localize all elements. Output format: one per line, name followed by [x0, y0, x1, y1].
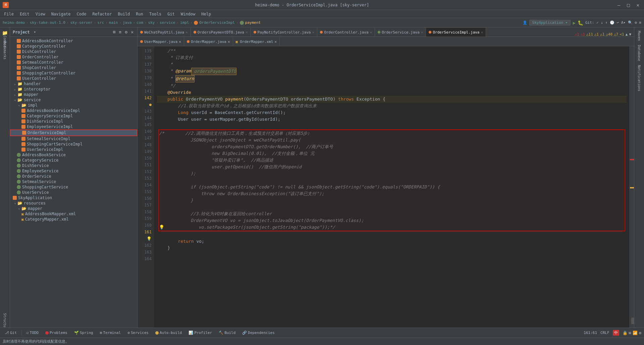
bottom-btn-services[interactable]: ⚙ Services — [125, 330, 151, 336]
menu-window[interactable]: Window — [178, 11, 198, 17]
tree-item-order-service[interactable]: OrderService — [10, 174, 137, 179]
tree-folder-impl[interactable]: 📂 impl — [10, 103, 137, 108]
tab-close[interactable]: ✕ — [228, 40, 230, 44]
nav-sky[interactable]: sky — [148, 20, 155, 25]
tree-item-employee-service[interactable]: EmployeeService — [10, 168, 137, 174]
tree-item-employee-serviceimpl[interactable]: EmployeeServiceImpl — [10, 124, 137, 129]
bottom-btn-build[interactable]: 🔨 Build — [217, 330, 237, 336]
tab-close[interactable]: ✕ — [179, 40, 181, 44]
window-controls[interactable]: — □ ✕ — [615, 2, 641, 8]
nav-java[interactable]: java — [123, 20, 132, 25]
tree-item-category-serviceimpl[interactable]: CategoryServiceImpl — [10, 113, 137, 119]
code-text-area[interactable]: /** * 订单支付 * * @param ordersPaymentDTO — [154, 46, 629, 328]
nav-service[interactable]: service — [160, 20, 175, 25]
nav-sky-server[interactable]: sky-server — [70, 20, 92, 25]
right-panel-database[interactable]: Database — [635, 43, 643, 63]
tree-item-user-controller[interactable]: UserController — [10, 76, 137, 81]
tab-order-mapper[interactable]: OrderMapper.java ✕ — [184, 37, 233, 46]
tree-folder-handler[interactable]: 📁 handler — [10, 81, 137, 87]
maximize-button[interactable]: □ — [625, 2, 632, 8]
tree-item-shoppingcart-service[interactable]: ShoppingCartService — [10, 184, 137, 190]
tree-item-dish-controller[interactable]: DishController — [10, 49, 137, 54]
bottom-btn-profiler[interactable]: 📊 Profiler — [186, 330, 214, 336]
project-icon-3[interactable]: ⚙ — [124, 29, 128, 35]
nav-com[interactable]: com — [137, 20, 143, 25]
tree-item-category-controller[interactable]: CategoryController — [10, 44, 137, 49]
tab-close[interactable]: ✕ — [370, 30, 372, 35]
tab-pay-notify-controller[interactable]: PayNotifyController.java ✕ — [251, 28, 318, 37]
nav-sky-takeout[interactable]: sky-take-out-1.0 — [30, 20, 65, 25]
tab-nav-up[interactable]: ▲ — [626, 32, 628, 37]
sidebar-icon-structure[interactable]: Structure — [1, 318, 9, 326]
project-dropdown-arrow[interactable]: ▾ — [34, 30, 36, 34]
tree-item-dish-serviceimpl[interactable]: DishServiceImpl — [10, 119, 137, 124]
nav-sky-app-btn[interactable]: SkyApplication ▾ — [529, 20, 571, 25]
tree-item-addressbook-controller[interactable]: AddressBookController — [10, 38, 137, 44]
tree-item-dish-service[interactable]: DishService — [10, 163, 137, 168]
menu-run[interactable]: Run — [133, 11, 146, 17]
tree-item-shoppingcart-serviceimpl[interactable]: ShoppingCartServiceImpl — [10, 141, 137, 147]
tree-item-addressbook-mapper-xml[interactable]: ▣ AddressBookMapper.xml — [10, 211, 137, 217]
tree-folder-mapper[interactable]: 📁 mapper — [10, 92, 137, 97]
tree-item-sky-application[interactable]: SkyApplication — [10, 195, 137, 200]
tab-close[interactable]: ✕ — [275, 40, 277, 44]
bottom-btn-autobuild[interactable]: Auto-build — [153, 330, 184, 336]
menu-code[interactable]: Code — [74, 11, 89, 17]
minimize-button[interactable]: — — [615, 2, 622, 8]
project-icon-2[interactable]: ≡ — [118, 29, 123, 35]
tab-orders-payment-dto[interactable]: OrdersPaymentDTO.java ✕ — [191, 28, 251, 37]
tab-close[interactable]: ✕ — [481, 30, 483, 35]
tree-item-order-serviceimpl[interactable]: OrderServiceImpl — [10, 129, 137, 136]
run-button[interactable]: ▶ — [573, 20, 575, 25]
tree-folder-resources[interactable]: 📂 resources — [10, 200, 137, 206]
tab-user-mapper[interactable]: UserMapper.java ✕ — [138, 37, 184, 46]
scrollbar-thumb[interactable] — [631, 318, 634, 324]
tree-item-setmeal-serviceimpl[interactable]: SetmealServiceImpl — [10, 136, 137, 141]
menu-help[interactable]: Help — [199, 11, 214, 17]
tree-item-user-serviceimpl[interactable]: UserServiceImpl — [10, 147, 137, 152]
tree-folder-interceptor[interactable]: 📁 interceptor — [10, 87, 137, 92]
tab-close[interactable]: ✕ — [246, 30, 248, 35]
tree-item-user-service[interactable]: UserService — [10, 190, 137, 195]
right-panel-notifications[interactable]: Notifications — [635, 63, 643, 93]
sidebar-icon-bookmarks[interactable]: Bookmarks — [1, 46, 9, 54]
bottom-btn-dependencies[interactable]: 🔗 Dependencies — [240, 330, 276, 336]
project-icon-close[interactable]: ✕ — [130, 29, 135, 35]
tree-item-order-controller[interactable]: OrderController — [10, 54, 137, 60]
bottom-btn-git[interactable]: ⎇ Git — [3, 330, 19, 336]
tab-close[interactable]: ✕ — [421, 30, 423, 35]
tree-item-category-service[interactable]: CategoryService — [10, 158, 137, 163]
tree-folder-service[interactable]: 📂 service — [10, 97, 137, 103]
tab-order-controller[interactable]: OrderController.java ✕ — [317, 28, 375, 37]
menu-view[interactable]: View — [33, 11, 48, 17]
bottom-btn-problems[interactable]: Problems — [43, 330, 69, 336]
tree-item-setmeal-controller[interactable]: SetmealController — [10, 60, 137, 65]
nav-impl[interactable]: impl — [180, 20, 189, 25]
tree-folder-mapper-xml[interactable]: 📂 mapper — [10, 206, 137, 211]
right-panel-maven[interactable]: Maven — [635, 29, 643, 43]
menu-git[interactable]: Git — [165, 11, 177, 17]
nav-main[interactable]: main — [109, 20, 118, 25]
tree-item-addressbook-serviceimpl[interactable]: AddressBookServiceImpl — [10, 108, 137, 113]
bottom-btn-spring[interactable]: 🌱 Spring — [72, 330, 95, 336]
tab-close[interactable]: ✕ — [185, 30, 188, 35]
nav-payment[interactable]: payment — [245, 20, 261, 25]
project-icon-1[interactable]: ⊞ — [112, 29, 117, 35]
nav-heima-demo[interactable]: heima-demo — [3, 20, 25, 25]
menu-build[interactable]: Build — [115, 11, 132, 17]
menu-refactor[interactable]: Refactor — [90, 11, 114, 17]
menu-navigate[interactable]: Navigate — [49, 11, 73, 17]
code-editor[interactable]: 135 136 137 138 139 140 141 142 ● 143 14… — [138, 46, 634, 328]
tab-nav-down[interactable]: ▼ — [629, 32, 631, 37]
tree-item-shoppingcart-controller[interactable]: ShoppingCartController — [10, 70, 137, 76]
tree-item-setmeal-service[interactable]: SetmealService — [10, 179, 137, 184]
tree-item-addressbook-service[interactable]: AddressBookService — [10, 152, 137, 158]
bottom-btn-todo[interactable]: ☑ TODO — [24, 330, 41, 336]
bottom-btn-terminal[interactable]: ⊞ Terminal — [98, 330, 123, 336]
tab-order-service[interactable]: OrderService.java ✕ — [375, 28, 426, 37]
tree-item-category-mapper-xml[interactable]: ▣ CategoryMapper.xml — [10, 217, 137, 222]
menu-edit[interactable]: Edit — [17, 11, 32, 17]
close-button[interactable]: ✕ — [635, 2, 641, 8]
tree-item-shop-controller[interactable]: ShopController — [10, 65, 137, 70]
tab-wechatpayutil[interactable]: WeChatPayUtil.java ✕ — [138, 28, 191, 37]
